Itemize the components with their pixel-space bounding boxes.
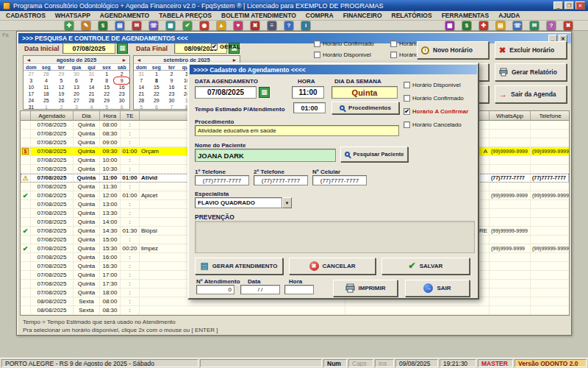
checkbox-icon[interactable]	[404, 121, 410, 128]
calendar-day[interactable]: 15	[99, 84, 115, 91]
calendar-day[interactable]: 4	[39, 77, 54, 84]
menu-item-ferramentas[interactable]: FERRAMENTAS	[442, 12, 490, 19]
calendar-day[interactable]: 5	[54, 77, 69, 84]
calendar-day[interactable]: 3	[69, 104, 85, 110]
calendar-day[interactable]: 23	[164, 91, 179, 97]
imprimir-button[interactable]: IMPRIMIR	[333, 280, 398, 297]
nome-paciente-field[interactable]: JOANA DARK	[195, 149, 336, 162]
cancelar-button[interactable]: ✖ CANCELAR	[289, 258, 376, 275]
checkbox-icon[interactable]	[314, 40, 320, 47]
calendar-day[interactable]: 6	[149, 104, 165, 110]
column-header[interactable]: Telefone	[531, 111, 570, 121]
hora2-field[interactable]	[284, 285, 314, 294]
dialog-sair-button[interactable]: → SAIR	[405, 280, 470, 297]
toolbar-icon[interactable]: ◉	[200, 21, 209, 30]
calendar-day[interactable]: 1	[99, 71, 115, 77]
toolbar-icon[interactable]: $	[98, 21, 107, 30]
calendar-day[interactable]: 29	[149, 97, 165, 104]
toolbar-icon[interactable]: ☏	[149, 21, 158, 30]
gerar-atendimento-button[interactable]: ▤ GERAR ATENDIMENTO	[195, 258, 283, 275]
calendar-day[interactable]: 30	[114, 97, 129, 104]
toolbar-icon[interactable]: ?	[284, 21, 293, 30]
menu-item-compra[interactable]: COMPRA	[306, 12, 334, 19]
calendar-day[interactable]: 21	[134, 91, 149, 97]
especialista-select[interactable]: FLAVIO QUADRADO ▼	[195, 197, 292, 208]
calendar-day[interactable]: 26	[54, 97, 69, 104]
menu-item-cadastros[interactable]: CADASTROS	[6, 12, 46, 19]
toolbar-icon[interactable]: i	[301, 21, 310, 30]
checkbox-icon[interactable]	[404, 82, 410, 88]
close-button[interactable]: ✕	[576, 1, 585, 10]
column-header[interactable]: Agendado	[31, 111, 74, 121]
toolbar-icon[interactable]: ▦	[166, 21, 175, 30]
dialog-status-check[interactable]: Horário Disponível	[404, 82, 468, 88]
calendar-prev-icon[interactable]: ◄	[24, 56, 34, 64]
dialog-status-check[interactable]: Horário Cancelado	[404, 121, 468, 128]
toolbar-icon[interactable]: ✔	[183, 21, 192, 30]
calendar-day[interactable]: 27	[69, 97, 85, 104]
salvar-button[interactable]: ✔ SALVAR	[381, 258, 470, 275]
menu-item-agendamento[interactable]: AGENDAMENTO	[100, 12, 149, 19]
dialog-status-check[interactable]: Horário Confirmado	[404, 95, 468, 102]
calendar-day[interactable]: 2	[54, 104, 69, 110]
tel1-field[interactable]: (77)7777-7777	[195, 175, 249, 185]
calendar-day[interactable]: 10	[24, 84, 39, 91]
calendar-day[interactable]: 31	[24, 104, 39, 110]
calendar-day[interactable]: 17	[24, 91, 39, 97]
pesquisar-paciente-button[interactable]: Pesquisar Paciente	[340, 146, 408, 162]
calendar-day[interactable]: 22	[149, 91, 165, 97]
calendar-day[interactable]: 28	[39, 71, 54, 77]
toolbar-icon[interactable]: ☏	[513, 21, 522, 30]
column-header[interactable]: TE	[121, 111, 140, 121]
filter-horario-disponivel[interactable]: Horário Disponível	[314, 52, 371, 58]
toolbar-icon[interactable]: ▦	[445, 21, 454, 30]
menu-item-whatsapp[interactable]: WHATSAPP	[55, 12, 90, 19]
toolbar-icon[interactable]: ?	[547, 21, 556, 30]
gerar-relatorio-button[interactable]: Gerar Relatório	[495, 63, 567, 81]
filter-geral[interactable]: ✔GERAL	[211, 43, 240, 50]
calendar-day[interactable]: 29	[99, 97, 115, 104]
calendar-day[interactable]: 14	[84, 84, 99, 91]
calendar-day[interactable]: 31	[84, 71, 99, 77]
menu-item-ajuda[interactable]: AJUDA	[498, 12, 520, 19]
calendar-day[interactable]: 1	[39, 104, 54, 110]
checkbox-icon[interactable]	[314, 52, 320, 58]
calendar-day[interactable]: 13	[69, 84, 85, 91]
toolbar-icon[interactable]: ▲	[217, 21, 226, 30]
calendar-day[interactable]: 5	[134, 104, 149, 110]
column-header[interactable]: WhatsApp	[490, 111, 531, 121]
calendar-day[interactable]: 5	[99, 104, 115, 110]
tel2-field[interactable]: (77)7777-7777	[254, 175, 308, 185]
calendar-day[interactable]: 3	[24, 77, 39, 84]
checkbox-icon[interactable]	[390, 52, 397, 58]
toolbar-icon[interactable]: ♥	[234, 21, 243, 30]
toolbar-icon[interactable]: ✎	[82, 21, 90, 30]
toolbar-icon[interactable]: ✖	[251, 21, 259, 30]
data2-field[interactable]: / /	[240, 285, 280, 294]
calendar-day[interactable]: 6	[69, 77, 85, 84]
calendar-next-icon[interactable]: ►	[119, 56, 129, 64]
column-header[interactable]: Hora	[100, 111, 121, 121]
calendar-day[interactable]: 9	[114, 77, 129, 84]
calendar-day[interactable]: 28	[84, 97, 99, 104]
calendar-day[interactable]: 4	[84, 104, 99, 110]
dialog-titlebar[interactable]: >>>> Cadastro do Agendamento <<<<	[190, 65, 477, 74]
calendar-day[interactable]: 8	[149, 77, 165, 84]
calendar-day[interactable]: 14	[134, 84, 149, 91]
checkbox-icon[interactable]	[404, 95, 410, 102]
toolbar-icon[interactable]: $	[462, 21, 471, 30]
calendar-day[interactable]: 28	[134, 97, 149, 104]
celular-field[interactable]: (77)7777-7777	[312, 175, 367, 185]
data-inicial-field[interactable]: 07/08/2025	[62, 43, 115, 54]
calendar-day[interactable]: 30	[69, 71, 85, 77]
calendar-day[interactable]: 16	[164, 84, 179, 91]
calendar-day[interactable]: 11	[39, 84, 54, 91]
calendar-day[interactable]: 7	[84, 77, 99, 84]
calendar-day[interactable]: 2	[114, 71, 129, 77]
calendar-day[interactable]: 1	[149, 71, 165, 77]
calendar-day[interactable]: 19	[54, 91, 69, 97]
calendar-day[interactable]: 12	[54, 84, 69, 91]
column-header[interactable]	[21, 111, 31, 121]
checkbox-icon[interactable]: ✔	[211, 43, 218, 50]
data-inicial-calendar-button[interactable]: ▦	[117, 43, 128, 54]
